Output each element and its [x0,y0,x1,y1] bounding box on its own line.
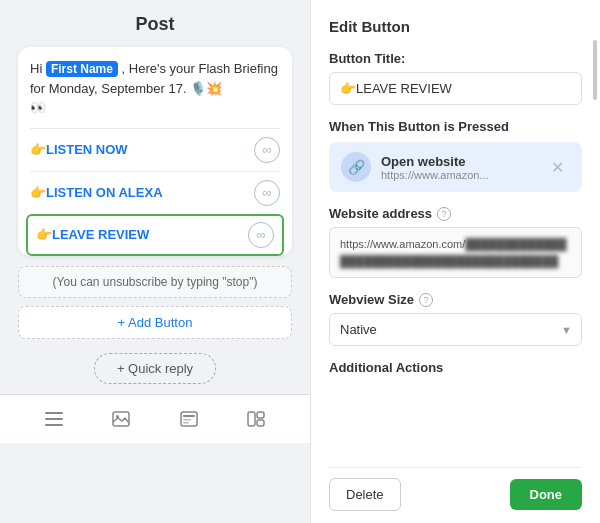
svg-rect-2 [45,424,63,426]
additional-actions-label: Additional Actions [329,360,582,375]
svg-rect-10 [257,412,264,418]
open-website-url-preview: https://www.amazon... [381,169,489,181]
image-icon[interactable] [107,405,135,433]
svg-rect-6 [183,415,195,417]
quick-reply-button[interactable]: + Quick reply [94,353,216,384]
bottom-toolbar [0,394,310,443]
chain-icon: 🔗 [341,152,371,182]
url-blurred-part: ████████████████████████████████████████… [340,238,567,267]
website-address-help-icon[interactable]: ? [437,207,451,221]
button-title-label: Button Title: [329,51,582,66]
webview-size-help-icon[interactable]: ? [419,293,433,307]
svg-rect-9 [248,412,255,426]
message-card: Hi First Name , Here's your Flash Briefi… [18,47,292,256]
when-pressed-label: When This Button is Pressed [329,119,582,134]
listen-now-row[interactable]: 👉LISTEN NOW ∞ [30,128,280,171]
close-open-website-icon[interactable]: ✕ [545,156,570,179]
open-website-card[interactable]: 🔗 Open website https://www.amazon... ✕ [329,142,582,192]
svg-rect-0 [45,412,63,414]
delete-button[interactable]: Delete [329,478,401,511]
website-address-label-row: Website address ? [329,206,582,221]
webview-size-select[interactable]: Native Tall Full [329,313,582,346]
listen-now-label: 👉LISTEN NOW [30,142,128,157]
webview-size-label-row: Webview Size ? [329,292,582,307]
webview-size-select-wrap: Native Tall Full ▼ [329,313,582,346]
first-name-badge: First Name [46,61,118,77]
open-website-text: Open website https://www.amazon... [381,154,489,181]
listen-alexa-label: 👉LISTEN ON ALEXA [30,185,163,200]
add-button-label: + Add Button [118,315,193,330]
website-url-display: https://www.amazon.com/█████████████████… [329,227,582,278]
left-panel: Post Hi First Name , Here's your Flash B… [0,0,310,523]
done-button[interactable]: Done [510,479,583,510]
listen-alexa-row[interactable]: 👉LISTEN ON ALEXA ∞ [30,171,280,214]
add-button-row[interactable]: + Add Button [18,306,292,339]
open-website-left: 🔗 Open website https://www.amazon... [341,152,489,182]
message-prefix: Hi [30,61,42,76]
svg-rect-11 [257,420,264,426]
svg-rect-1 [45,418,63,420]
webview-size-label: Webview Size [329,292,414,307]
website-address-label: Website address [329,206,432,221]
svg-rect-8 [183,422,189,424]
menu-icon[interactable] [40,405,68,433]
listen-alexa-link-icon[interactable]: ∞ [254,180,280,206]
open-website-title: Open website [381,154,489,169]
svg-rect-7 [183,419,191,421]
button-title-input[interactable] [329,72,582,105]
layout-icon[interactable] [242,405,270,433]
main-layout: Post Hi First Name , Here's your Flash B… [0,0,600,523]
quick-reply-label: + Quick reply [117,361,193,376]
leave-review-row[interactable]: 👉LEAVE REVIEW ∞ [26,214,284,256]
message-text: Hi First Name , Here's your Flash Briefi… [30,59,280,118]
scrollbar[interactable] [593,40,597,100]
post-header: Post [0,0,310,47]
card-icon[interactable] [175,405,203,433]
unsubscribe-text: (You can unsubscribe by typing "stop") [53,275,258,289]
panel-title: Edit Button [329,18,582,35]
panel-footer: Delete Done [329,467,582,511]
right-panel: Edit Button Button Title: When This Butt… [310,0,600,523]
leave-review-label: 👉LEAVE REVIEW [36,227,149,242]
leave-review-link-icon[interactable]: ∞ [248,222,274,248]
unsubscribe-box: (You can unsubscribe by typing "stop") [18,266,292,298]
listen-now-link-icon[interactable]: ∞ [254,137,280,163]
